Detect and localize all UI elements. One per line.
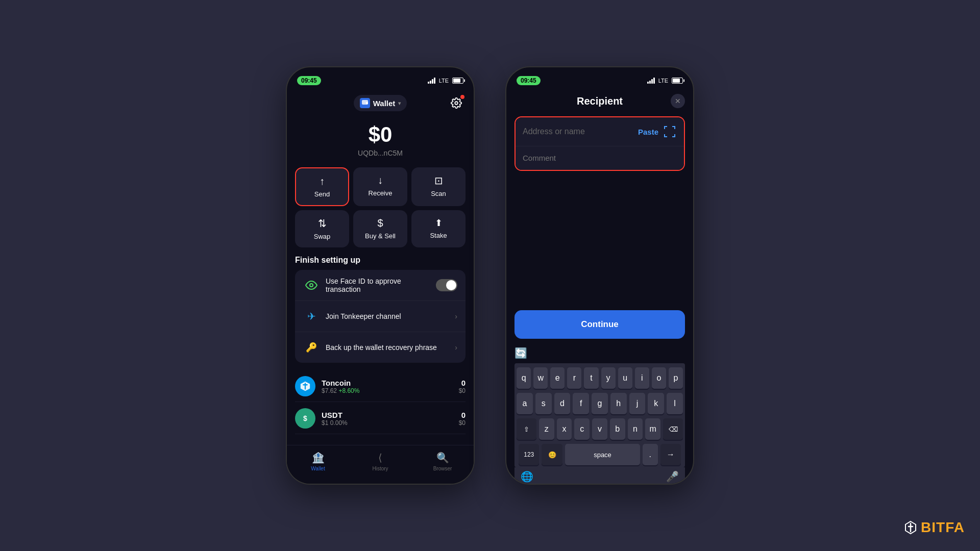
backup-chevron: ›: [455, 343, 457, 352]
settings-button[interactable]: [447, 94, 465, 112]
receive-icon: ↓: [378, 174, 383, 186]
key-u[interactable]: u: [618, 367, 632, 389]
key-shift[interactable]: ⇧: [517, 418, 536, 440]
send-button[interactable]: ↑ Send: [295, 167, 349, 206]
usdt-info: USDT $1 0.00%: [322, 411, 453, 427]
close-button[interactable]: ✕: [671, 94, 685, 108]
key-x[interactable]: x: [557, 418, 572, 440]
lte-label-1: LTE: [439, 78, 449, 84]
keyboard-bottom-row: 123 😊 space . →: [517, 444, 683, 465]
usdt-item[interactable]: $ USDT $1 0.00% 0 $0: [295, 403, 465, 434]
key-period[interactable]: .: [643, 444, 657, 465]
key-emoji[interactable]: 😊: [542, 444, 562, 465]
recipient-header: Recipient ✕: [514, 90, 685, 116]
phone-recipient: 09:45 LTE Recipient ✕: [505, 66, 694, 485]
address-input[interactable]: [523, 127, 634, 136]
address-input-row: Paste: [516, 117, 684, 146]
key-o[interactable]: o: [652, 367, 666, 389]
scan-qr-button[interactable]: [663, 124, 677, 139]
telegram-item[interactable]: ✈ Join Tonkeeper channel ›: [295, 301, 465, 332]
key-h[interactable]: h: [610, 393, 627, 414]
key-l[interactable]: l: [667, 393, 683, 414]
toncoin-info: Toncoin $7.62 +8.60%: [322, 379, 453, 394]
toncoin-logo: [295, 376, 315, 396]
scan-label: Scan: [431, 190, 446, 197]
scan-icon: ⊡: [434, 174, 443, 187]
signal-bars-1: [428, 78, 435, 84]
status-bar-2: 09:45 LTE: [506, 67, 693, 90]
key-123[interactable]: 123: [519, 444, 539, 465]
key-n[interactable]: n: [628, 418, 643, 440]
token-list: Toncoin $7.62 +8.60% 0 $0 $: [295, 371, 465, 434]
key-return[interactable]: →: [660, 444, 681, 465]
comment-input[interactable]: [523, 154, 677, 162]
usdt-price: $1 0.00%: [322, 419, 453, 427]
key-f[interactable]: f: [573, 393, 589, 414]
key-z[interactable]: z: [539, 418, 554, 440]
key-d[interactable]: d: [554, 393, 571, 414]
buysell-label: Buy & Sell: [365, 232, 396, 240]
faceid-toggle[interactable]: [436, 279, 457, 291]
bottom-nav: 🏦 Wallet ⟨ History 🔍 Browser: [287, 445, 474, 484]
usdt-balance: 0 $0: [459, 411, 465, 427]
wallet-icon: [360, 98, 370, 108]
toncoin-balance: 0 $0: [459, 379, 465, 394]
key-y[interactable]: y: [601, 367, 616, 389]
setup-section: Finish setting up Use Face ID to approve…: [295, 256, 465, 363]
swap-icon: ⇅: [318, 217, 327, 230]
key-v[interactable]: v: [592, 418, 607, 440]
wallet-selector[interactable]: Wallet ▾: [354, 95, 407, 111]
key-b[interactable]: b: [610, 418, 625, 440]
buysell-button[interactable]: $ Buy & Sell: [353, 210, 407, 247]
key-g[interactable]: g: [592, 393, 608, 414]
bitfa-watermark: BITFA: [903, 519, 965, 536]
key-j[interactable]: j: [629, 393, 646, 414]
signal-bars-2: [647, 78, 655, 84]
key-q[interactable]: q: [517, 367, 531, 389]
svg-point-3: [310, 284, 313, 287]
nav-history[interactable]: ⟨ History: [349, 449, 411, 473]
history-nav-label: History: [372, 466, 388, 471]
bitfa-icon: [903, 520, 918, 535]
lte-label-2: LTE: [658, 78, 668, 84]
battery-icon-1: [452, 78, 463, 84]
receive-button[interactable]: ↓ Receive: [353, 167, 407, 206]
key-p[interactable]: p: [669, 367, 683, 389]
key-r[interactable]: r: [567, 367, 581, 389]
mic-icon[interactable]: 🎤: [666, 470, 679, 483]
key-k[interactable]: k: [648, 393, 664, 414]
phone-wallet: 09:45 LTE: [286, 66, 475, 485]
toncoin-item[interactable]: Toncoin $7.62 +8.60% 0 $0: [295, 371, 465, 402]
globe-icon[interactable]: 🌐: [521, 470, 533, 483]
continue-button[interactable]: Continue: [514, 310, 685, 339]
key-t[interactable]: t: [584, 367, 598, 389]
recipient-title: Recipient: [529, 95, 671, 107]
key-e[interactable]: e: [550, 367, 565, 389]
paste-button[interactable]: Paste: [638, 128, 658, 136]
nav-wallet[interactable]: 🏦 Wallet: [287, 449, 349, 473]
key-s[interactable]: s: [535, 393, 552, 414]
stake-button[interactable]: ⬆ Stake: [411, 210, 465, 247]
stake-label: Stake: [430, 232, 447, 239]
balance-amount: $0: [295, 122, 465, 147]
comment-row: [516, 146, 684, 170]
backup-item[interactable]: 🔑 Back up the wallet recovery phrase ›: [295, 332, 465, 363]
scan-button[interactable]: ⊡ Scan: [411, 167, 465, 206]
chevron-down-icon: ▾: [398, 101, 401, 106]
buysell-icon: $: [377, 217, 383, 229]
keyboard: q w e r t y u i o p a s d f g: [514, 363, 685, 467]
key-space[interactable]: space: [565, 444, 640, 465]
swap-button[interactable]: ⇅ Swap: [295, 210, 349, 247]
nav-browser[interactable]: 🔍 Browser: [411, 449, 474, 473]
key-w[interactable]: w: [533, 367, 548, 389]
key-delete[interactable]: ⌫: [663, 418, 683, 440]
input-area: Paste: [514, 116, 685, 171]
receive-label: Receive: [369, 189, 393, 197]
key-i[interactable]: i: [635, 367, 649, 389]
faceid-item[interactable]: Use Face ID to approve transaction: [295, 270, 465, 301]
key-a[interactable]: a: [517, 393, 533, 414]
key-m[interactable]: m: [645, 418, 660, 440]
faceid-text: Use Face ID to approve transaction: [326, 277, 430, 293]
keyboard-row-2: a s d f g h j k l: [517, 393, 683, 414]
key-c[interactable]: c: [574, 418, 590, 440]
